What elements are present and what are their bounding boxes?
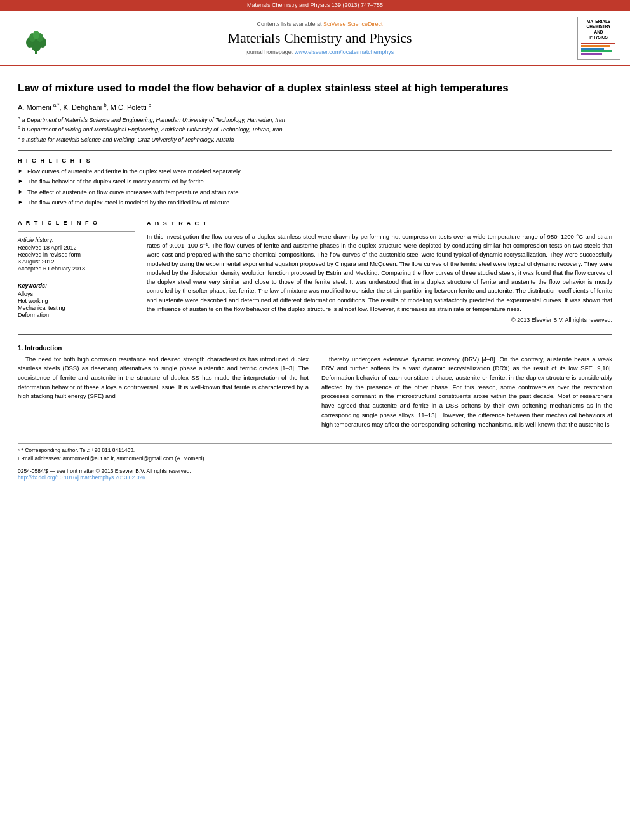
footer-issn: 0254-0584/$ — see front matter © 2013 El… xyxy=(18,468,612,474)
keywords-section: Keywords: Alloys Hot working Mechanical … xyxy=(18,283,135,318)
abstract-title: A B S T R A C T xyxy=(147,220,612,229)
highlight-arrow-1: ► xyxy=(18,167,23,175)
highlight-item-2: ► The flow behavior of the duplex steel … xyxy=(18,177,612,185)
affiliations: a a Department of Materials Science and … xyxy=(18,115,612,145)
keyword-4: Deformation xyxy=(18,312,135,318)
elsevier-logo xyxy=(11,20,62,55)
article-title: Law of mixture used to model the flow be… xyxy=(18,81,612,96)
top-bar: Materials Chemistry and Physics 139 (201… xyxy=(0,0,630,10)
keywords-label: Keywords: xyxy=(18,283,135,289)
article-info-abstract: A R T I C L E I N F O Article history: R… xyxy=(18,220,612,324)
highlights-section: H I G H L I G H T S ► Flow curves of aus… xyxy=(18,157,612,206)
divider-keywords xyxy=(18,277,135,277)
footnotes: * * Corresponding author. Tel.: +98 811 … xyxy=(18,446,612,463)
footnote-star: * xyxy=(18,448,20,453)
keyword-2: Hot working xyxy=(18,298,135,304)
highlights-title: H I G H L I G H T S xyxy=(18,157,612,164)
keyword-1: Alloys xyxy=(18,291,135,297)
doi-link[interactable]: http://dx.doi.org/10.1016/j.matchemphys.… xyxy=(18,474,145,481)
highlight-arrow-4: ► xyxy=(18,198,23,206)
body-col-right: thereby undergoes extensive dynamic reco… xyxy=(321,355,612,434)
abstract-copyright: © 2013 Elsevier B.V. All rights reserved… xyxy=(147,316,612,325)
divider-after-highlights xyxy=(18,213,612,213)
highlight-item-3: ► The effect of austenite on flow curve … xyxy=(18,188,612,196)
intro-heading-text: 1. Introduction xyxy=(18,345,62,352)
body-content: 1. Introduction The need for both high c… xyxy=(18,345,612,434)
highlight-item-1: ► Flow curves of austenite and ferrite i… xyxy=(18,167,612,175)
footer-divider xyxy=(18,443,612,444)
journal-header: Contents lists available at SciVerse Sci… xyxy=(0,10,630,66)
divider-article-info xyxy=(18,231,135,232)
abstract-section: A B S T R A C T In this investigation th… xyxy=(147,220,612,324)
article-info-title: A R T I C L E I N F O xyxy=(18,220,135,226)
elsevier-logo-area xyxy=(8,20,65,57)
journal-title: Materials Chemistry and Physics xyxy=(71,30,568,46)
right-logo-area: MATERIALSCHEMISTRYANDPHYSICS xyxy=(575,17,622,60)
journal-logo-box: MATERIALSCHEMISTRYANDPHYSICS xyxy=(577,17,620,60)
footnote-star-line: * * Corresponding author. Tel.: +98 811 … xyxy=(18,446,612,455)
authors-line: A. Momeni a,*, K. Dehghani b, M.C. Polet… xyxy=(18,102,612,111)
sciverse-link[interactable]: SciVerse ScienceDirect xyxy=(323,21,383,27)
highlight-arrow-2: ► xyxy=(18,177,23,185)
footnote-email-text: E-mail addresses: ammomeni@aut.ac.ir, am… xyxy=(18,455,206,462)
received-date: Received 18 April 2012 xyxy=(18,244,135,251)
article-history: Article history: Received 18 April 2012 … xyxy=(18,237,135,272)
elsevier-tree-icon xyxy=(23,31,49,55)
journal-logo-text: MATERIALSCHEMISTRYANDPHYSICS xyxy=(586,19,610,41)
abstract-column: A B S T R A C T In this investigation th… xyxy=(147,220,612,324)
article-info-column: A R T I C L E I N F O Article history: R… xyxy=(18,220,135,324)
footnote-star-text: * Corresponding author. Tel.: +98 811 84… xyxy=(22,447,135,453)
intro-para-2: thereby undergoes extensive dynamic reco… xyxy=(321,355,612,430)
homepage-url[interactable]: www.elsevier.com/locate/matchemphys xyxy=(295,49,394,55)
footnote-email-line: E-mail addresses: ammomeni@aut.ac.ir, am… xyxy=(18,455,612,463)
affiliation-c: c c Institute for Materials Science and … xyxy=(18,135,612,145)
footer-doi: http://dx.doi.org/10.1016/j.matchemphys.… xyxy=(18,474,612,481)
intro-heading: 1. Introduction xyxy=(18,345,612,352)
divider-after-abstract xyxy=(18,334,612,335)
journal-citation: Materials Chemistry and Physics 139 (201… xyxy=(247,2,383,8)
keyword-3: Mechanical testing xyxy=(18,305,135,311)
highlight-item-4: ► The flow curve of the duplex steel is … xyxy=(18,198,612,206)
page-wrapper: Materials Chemistry and Physics 139 (201… xyxy=(0,0,630,840)
highlight-arrow-3: ► xyxy=(18,188,23,196)
divider-after-affiliations xyxy=(18,150,612,151)
journal-homepage: journal homepage: www.elsevier.com/locat… xyxy=(71,49,568,55)
affiliation-b: b b Department of Mining and Metallurgic… xyxy=(18,124,612,135)
revised-date: 3 August 2012 xyxy=(18,258,135,265)
body-two-col: The need for both high corrosion resista… xyxy=(18,355,612,434)
sciverse-line: Contents lists available at SciVerse Sci… xyxy=(71,21,568,27)
history-label: Article history: xyxy=(18,237,135,243)
intro-para-1: The need for both high corrosion resista… xyxy=(18,355,309,402)
affiliation-a: a a Department of Materials Science and … xyxy=(18,115,612,125)
main-content: Law of mixture used to model the flow be… xyxy=(0,66,630,487)
accepted-date: Accepted 6 February 2013 xyxy=(18,265,135,272)
body-col-left: The need for both high corrosion resista… xyxy=(18,355,309,434)
revised-label: Received in revised form xyxy=(18,251,135,258)
journal-center-info: Contents lists available at SciVerse Sci… xyxy=(71,21,568,55)
abstract-text: In this investigation the flow curves of… xyxy=(147,232,612,314)
footer-bottom: 0254-0584/$ — see front matter © 2013 El… xyxy=(18,468,612,481)
logo-bars xyxy=(580,42,618,55)
